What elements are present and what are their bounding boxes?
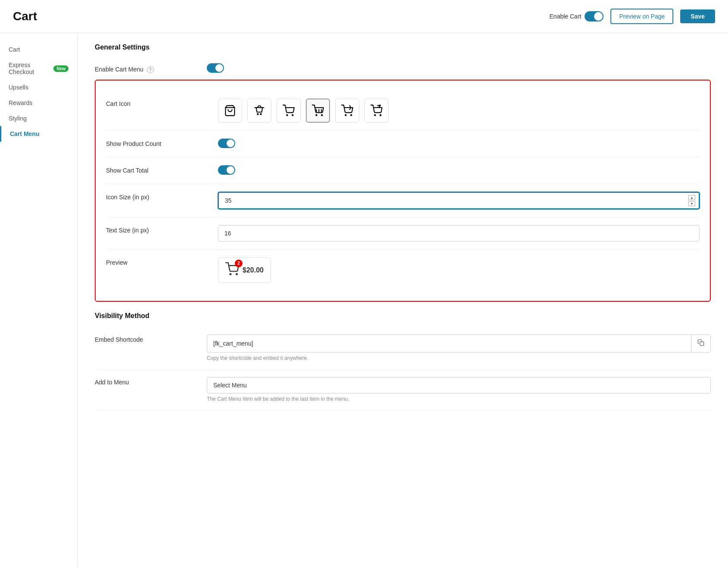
new-badge: New <box>53 65 68 72</box>
preview-label: Preview <box>106 257 218 266</box>
page-header: Cart Enable Cart Preview on Page Save <box>0 0 728 33</box>
enable-cart-menu-row: Enable Cart Menu ? <box>95 58 711 80</box>
icon-size-spinners: ▲ ▼ <box>688 195 695 206</box>
cart-icon-arrow-button[interactable] <box>364 99 389 123</box>
svg-point-5 <box>316 114 317 115</box>
add-to-menu-label: Add to Menu <box>95 377 207 386</box>
svg-point-3 <box>286 114 287 115</box>
cart-icons-control <box>218 99 700 123</box>
enable-cart-label: Enable Cart <box>550 13 582 20</box>
text-size-input[interactable] <box>218 225 700 241</box>
icon-size-input-wrapper: ▲ ▼ <box>218 192 700 209</box>
embed-shortcode-row: Embed Shortcode Copy the shortcode and e… <box>95 327 711 369</box>
enable-cart-menu-control <box>207 63 711 74</box>
main-layout: Cart Express Checkout New Upsells Reward… <box>0 33 728 568</box>
svg-point-15 <box>236 274 237 275</box>
shortcode-input[interactable] <box>207 336 691 351</box>
icon-size-input[interactable] <box>218 192 700 209</box>
shortcode-hint: Copy the shortcode and embed it anywhere… <box>207 355 711 361</box>
general-settings-title: General Settings <box>95 43 711 51</box>
preview-on-page-button[interactable]: Preview on Page <box>610 9 673 24</box>
save-button[interactable]: Save <box>680 9 715 23</box>
cart-icon-lines-button[interactable] <box>306 99 330 123</box>
sidebar-item-cart-menu[interactable]: Cart Menu <box>0 126 77 142</box>
embed-shortcode-label: Embed Shortcode <box>95 334 207 343</box>
preview-badge: 2 <box>235 260 243 267</box>
enable-cart-toggle[interactable] <box>585 11 604 22</box>
sidebar-item-express-checkout-label: Express Checkout <box>9 62 50 75</box>
shortcode-wrapper <box>207 334 711 353</box>
copy-shortcode-button[interactable] <box>691 335 710 352</box>
sidebar-item-rewards[interactable]: Rewards <box>0 95 77 111</box>
enable-cart-menu-toggle[interactable] <box>207 63 224 73</box>
svg-point-13 <box>380 114 381 115</box>
svg-point-11 <box>351 114 352 115</box>
text-size-row: Text Size (in px) <box>106 217 700 250</box>
add-to-menu-control: Select Menu The Cart Menu Item will be a… <box>207 377 711 402</box>
svg-point-6 <box>321 114 322 115</box>
cart-menu-settings-box: Cart Icon <box>95 80 711 302</box>
page-title: Cart <box>13 9 37 23</box>
svg-point-1 <box>257 114 258 114</box>
preview-widget: 2 $20.00 <box>218 257 271 283</box>
enable-cart-menu-label: Enable Cart Menu ? <box>95 64 207 73</box>
preview-row: Preview 2 $20.00 <box>106 250 700 291</box>
icon-size-increment[interactable]: ▲ <box>688 195 695 200</box>
text-size-label: Text Size (in px) <box>106 225 218 234</box>
sidebar-item-cart[interactable]: Cart <box>0 42 77 57</box>
svg-rect-16 <box>700 342 704 346</box>
svg-point-4 <box>292 114 293 115</box>
icon-size-control: ▲ ▼ <box>218 192 700 209</box>
sidebar: Cart Express Checkout New Upsells Reward… <box>0 33 78 568</box>
cart-icon-tag-button[interactable] <box>335 99 359 123</box>
show-cart-total-row: Show Cart Total <box>106 158 700 184</box>
cart-icon-basket-button[interactable] <box>247 99 271 123</box>
svg-point-12 <box>374 114 375 115</box>
show-cart-total-toggle[interactable] <box>218 165 235 175</box>
text-size-control <box>218 225 700 241</box>
add-to-menu-row: Add to Menu Select Menu The Cart Menu It… <box>95 369 711 410</box>
sidebar-item-upsells[interactable]: Upsells <box>0 80 77 95</box>
preview-control: 2 $20.00 <box>218 257 700 283</box>
icon-size-label: Icon Size (in px) <box>106 192 218 201</box>
add-to-menu-hint: The Cart Menu Item will be added to the … <box>207 396 711 402</box>
header-actions: Enable Cart Preview on Page Save <box>550 9 715 24</box>
svg-point-10 <box>345 114 346 115</box>
show-product-count-label: Show Product Count <box>106 139 218 147</box>
preview-cart-icon: 2 <box>225 262 239 278</box>
embed-shortcode-control: Copy the shortcode and embed it anywhere… <box>207 334 711 361</box>
show-cart-total-control <box>218 165 700 176</box>
add-to-menu-select[interactable]: Select Menu <box>207 377 711 393</box>
main-content: General Settings Enable Cart Menu ? Cart… <box>78 33 728 568</box>
cart-icon-label: Cart Icon <box>106 99 218 107</box>
preview-price: $20.00 <box>243 266 264 274</box>
icon-size-decrement[interactable]: ▼ <box>688 201 695 206</box>
svg-point-14 <box>230 274 231 275</box>
visibility-title: Visibility Method <box>95 312 711 320</box>
show-cart-total-label: Show Cart Total <box>106 165 218 174</box>
show-product-count-toggle[interactable] <box>218 139 235 148</box>
enable-cart-toggle-wrapper: Enable Cart <box>550 11 604 22</box>
svg-point-2 <box>260 114 261 114</box>
cart-icon-bag-button[interactable] <box>218 99 242 123</box>
icon-size-row: Icon Size (in px) ▲ ▼ <box>106 184 700 217</box>
sidebar-item-styling[interactable]: Styling <box>0 111 77 126</box>
sidebar-item-express-checkout[interactable]: Express Checkout New <box>0 57 77 80</box>
show-product-count-control <box>218 139 700 149</box>
show-product-count-row: Show Product Count <box>106 131 700 158</box>
help-icon[interactable]: ? <box>147 66 154 73</box>
cart-icon-simple-button[interactable] <box>277 99 301 123</box>
cart-icon-row: Cart Icon <box>106 91 700 131</box>
